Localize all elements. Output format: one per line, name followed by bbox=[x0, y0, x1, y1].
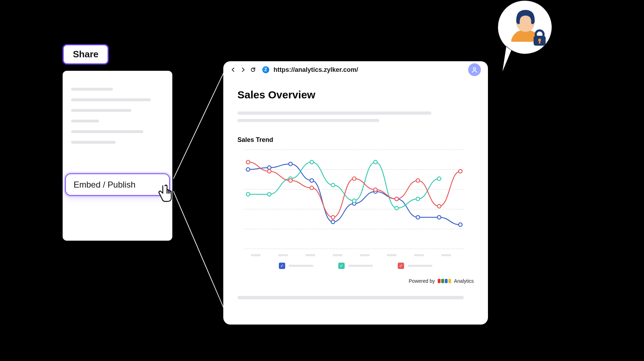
svg-point-24 bbox=[289, 179, 292, 182]
menu-item-placeholder[interactable] bbox=[71, 109, 131, 112]
text-placeholder bbox=[237, 296, 464, 299]
menu-item-placeholder[interactable] bbox=[71, 141, 116, 144]
svg-point-12 bbox=[246, 193, 250, 196]
chart-legend: ✓ ✓ ✓ bbox=[237, 263, 474, 269]
svg-rect-36 bbox=[539, 41, 540, 44]
svg-point-32 bbox=[459, 170, 462, 173]
browser-url[interactable]: https://analytics.zylker.com/ bbox=[274, 66, 358, 74]
menu-item-placeholder[interactable] bbox=[71, 130, 143, 133]
browser-address-bar: Z https://analytics.zylker.com/ bbox=[223, 61, 488, 78]
chart-title: Sales Trend bbox=[237, 136, 474, 144]
svg-point-5 bbox=[331, 220, 335, 224]
svg-point-22 bbox=[246, 160, 250, 164]
embedded-browser-window: Z https://analytics.zylker.com/ Sales Ov… bbox=[223, 61, 488, 325]
svg-point-20 bbox=[416, 197, 420, 201]
powered-by: Powered by Analytics bbox=[237, 278, 474, 284]
share-button[interactable]: Share bbox=[63, 44, 109, 64]
svg-point-30 bbox=[416, 179, 420, 182]
user-icon bbox=[471, 66, 478, 73]
legend-item[interactable]: ✓ bbox=[279, 263, 314, 269]
menu-item-embed-publish-label: Embed / Publish bbox=[74, 180, 136, 190]
text-placeholder bbox=[237, 111, 431, 115]
svg-point-25 bbox=[310, 186, 314, 190]
svg-point-31 bbox=[437, 205, 441, 208]
secure-user-callout bbox=[492, 0, 559, 79]
svg-point-4 bbox=[310, 179, 314, 182]
svg-point-18 bbox=[374, 160, 377, 164]
svg-point-28 bbox=[374, 188, 377, 191]
svg-point-21 bbox=[437, 177, 441, 180]
account-avatar-button[interactable] bbox=[468, 63, 481, 76]
svg-point-29 bbox=[395, 197, 398, 201]
svg-point-23 bbox=[268, 170, 271, 173]
browser-back-icon[interactable] bbox=[230, 67, 236, 73]
svg-point-11 bbox=[459, 223, 462, 227]
svg-point-10 bbox=[437, 216, 441, 219]
share-button-label: Share bbox=[73, 49, 98, 59]
menu-item-placeholder[interactable] bbox=[71, 120, 99, 122]
share-menu-panel bbox=[63, 71, 172, 241]
svg-point-16 bbox=[331, 183, 335, 187]
sales-trend-chart bbox=[237, 149, 464, 248]
legend-item[interactable]: ✓ bbox=[338, 263, 373, 269]
svg-point-2 bbox=[268, 166, 271, 170]
browser-forward-icon[interactable] bbox=[240, 67, 246, 73]
svg-point-9 bbox=[416, 216, 420, 219]
svg-point-1 bbox=[246, 168, 250, 171]
svg-point-19 bbox=[395, 206, 398, 210]
svg-point-3 bbox=[289, 162, 292, 166]
hand-cursor-icon bbox=[156, 184, 173, 204]
svg-point-0 bbox=[473, 68, 476, 70]
browser-reload-icon[interactable] bbox=[250, 67, 256, 73]
menu-item-placeholder[interactable] bbox=[71, 98, 151, 101]
text-placeholder bbox=[237, 119, 379, 122]
svg-point-13 bbox=[268, 193, 271, 196]
svg-point-27 bbox=[352, 177, 356, 180]
svg-point-15 bbox=[310, 160, 314, 164]
menu-item-placeholder[interactable] bbox=[71, 88, 113, 91]
svg-point-26 bbox=[331, 216, 335, 219]
zoho-logo-icon bbox=[438, 279, 451, 283]
svg-point-17 bbox=[352, 199, 356, 202]
page-title: Sales Overview bbox=[237, 89, 474, 101]
menu-item-embed-publish[interactable]: Embed / Publish bbox=[65, 173, 170, 196]
legend-item[interactable]: ✓ bbox=[398, 263, 432, 269]
site-favicon: Z bbox=[262, 66, 269, 73]
